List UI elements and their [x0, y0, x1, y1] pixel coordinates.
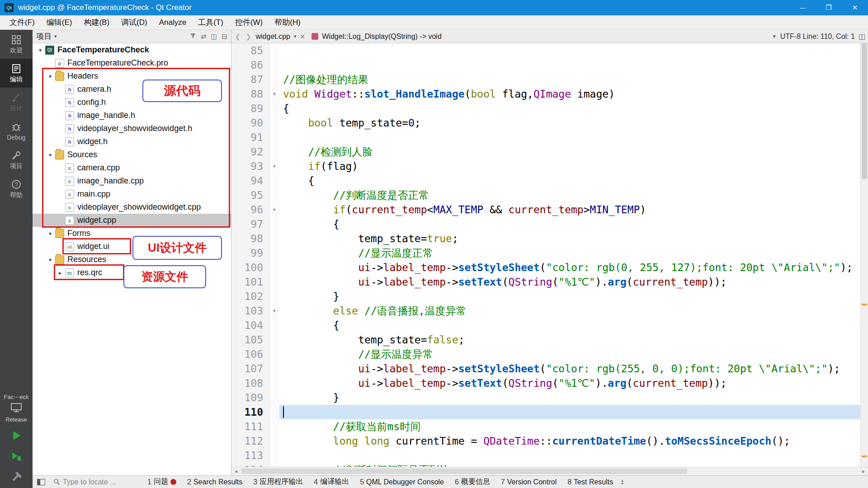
- code-line-93[interactable]: 93▾ if(flag): [231, 159, 860, 174]
- tree-item-sources[interactable]: ▾Sources: [33, 148, 231, 161]
- code-line-104[interactable]: 104 {: [231, 318, 860, 333]
- code-line-89[interactable]: 89{: [231, 101, 860, 116]
- output-pane-search-results[interactable]: 2Search Results: [187, 478, 242, 486]
- kit-selector[interactable]: Fac⋯eckRelease: [0, 390, 33, 427]
- open-document-tab[interactable]: widget.cpp: [255, 33, 290, 41]
- code-line-97[interactable]: 97 {: [231, 217, 860, 231]
- code-line-90[interactable]: 90 bool temp_state=0;: [231, 116, 860, 130]
- filter-icon[interactable]: [190, 33, 196, 40]
- tree-item-widget-h[interactable]: hwidget.h: [33, 135, 231, 148]
- chevron-down-icon[interactable]: ▾: [46, 152, 54, 158]
- output-pane-qml-debugger-console[interactable]: 5QML Debugger Console: [360, 478, 444, 486]
- mode-projects[interactable]: 项目: [0, 145, 33, 174]
- fold-marker-icon[interactable]: ▾: [269, 202, 279, 217]
- build-button[interactable]: [7, 468, 25, 486]
- code-line-91[interactable]: 91: [231, 130, 860, 145]
- debug-run-button[interactable]: [7, 447, 25, 465]
- fold-marker-icon[interactable]: ▾: [269, 87, 279, 101]
- back-icon[interactable]: ❮: [234, 33, 241, 40]
- code-line-99[interactable]: 99 //显示温度正常: [231, 246, 860, 260]
- code-line-98[interactable]: 98 temp_state=true;: [231, 231, 860, 246]
- tree-item-widget-cpp[interactable]: cwidget.cpp: [33, 214, 231, 227]
- minimize-button[interactable]: ─: [789, 0, 816, 15]
- code-line-107[interactable]: 107 ui->label_temp->setStyleSheet("color…: [231, 361, 860, 376]
- code-line-106[interactable]: 106 //显示温度异常: [231, 347, 860, 361]
- output-pane-general-messages[interactable]: 6概要信息: [455, 477, 490, 487]
- scroll-right-icon[interactable]: ▸: [859, 468, 868, 474]
- locator-field[interactable]: Type to locate ...: [53, 478, 139, 486]
- code-line-102[interactable]: 102 }: [231, 289, 860, 304]
- output-pane-version-control[interactable]: 7Version Control: [501, 478, 557, 486]
- tree-item-facetemperaturecheck-pro[interactable]: pFaceTemperatureCheck.pro: [33, 56, 231, 70]
- output-pane-application-output[interactable]: 3应用程序输出: [253, 477, 303, 487]
- mode-welcome[interactable]: 欢迎: [0, 30, 33, 59]
- tree-item-widget-ui[interactable]: uiwidget.ui: [33, 240, 231, 253]
- code-line-111[interactable]: 111 //获取当前ms时间: [231, 419, 860, 434]
- tree-item-videoplayer-showvideowidget-cpp[interactable]: cvideoplayer_showvideowidget.cpp: [33, 201, 231, 214]
- code-line-87[interactable]: 87//图像处理的结果: [231, 72, 860, 87]
- tree-item-camera-cpp[interactable]: ccamera.cpp: [33, 161, 231, 174]
- tree-item-headers[interactable]: ▾Headers: [33, 70, 231, 83]
- mode-edit[interactable]: 编辑: [0, 59, 33, 88]
- close-button[interactable]: ✕: [842, 0, 868, 15]
- code-line-96[interactable]: 96▾ if(current_temp<MAX_TEMP && current_…: [231, 202, 860, 217]
- vertical-scrollbar[interactable]: [860, 43, 868, 467]
- chevron-down-icon[interactable]: ▾: [36, 47, 44, 53]
- collapse-icon[interactable]: ⊟: [222, 33, 227, 41]
- mode-debug[interactable]: Debug: [0, 117, 33, 145]
- toggle-sidebar-icon[interactable]: [37, 479, 45, 485]
- sync-with-editor-icon[interactable]: ⇄: [201, 33, 207, 41]
- menu-tools[interactable]: 工具(T): [192, 15, 229, 29]
- menu-window[interactable]: 控件(W): [229, 15, 269, 29]
- code-line-113[interactable]: 113: [231, 448, 860, 463]
- code-line-110[interactable]: 110: [231, 405, 860, 419]
- fold-marker-icon[interactable]: ▾: [269, 159, 279, 174]
- menu-build[interactable]: 构建(B): [78, 15, 115, 29]
- split-icon[interactable]: ◫: [211, 33, 217, 41]
- scroll-left-icon[interactable]: ◂: [231, 468, 241, 474]
- tree-item-camera-h[interactable]: hcamera.h: [33, 83, 231, 96]
- panel-selector-caret-icon[interactable]: ▾: [54, 33, 57, 39]
- code-line-95[interactable]: 95 //判断温度是否正常: [231, 188, 860, 202]
- encoding-line-col-status[interactable]: UTF-8 Line: 110, Col: 1: [780, 33, 855, 41]
- symbol-selector[interactable]: Widget::Log_Display(QString) -> void: [322, 33, 442, 41]
- horizontal-scrollbar[interactable]: ◂ ▸: [231, 467, 868, 475]
- tree-item-main-cpp[interactable]: cmain.cpp: [33, 188, 231, 201]
- tree-item-resources[interactable]: ▾Resources: [33, 253, 231, 266]
- code-line-109[interactable]: 109 }: [231, 390, 860, 405]
- tree-item-image-handle-cpp[interactable]: cimage_handle.cpp: [33, 174, 231, 188]
- code-line-86[interactable]: 86: [231, 58, 860, 72]
- tree-item-config-h[interactable]: hconfig.h: [33, 96, 231, 109]
- code-line-92[interactable]: 92 //检测到人脸: [231, 145, 860, 159]
- chevron-right-icon[interactable]: ▸: [56, 270, 64, 276]
- encoding-dropdown-icon[interactable]: ▼: [772, 34, 777, 39]
- run-button[interactable]: [7, 427, 25, 445]
- mode-help[interactable]: ?帮助: [0, 174, 33, 203]
- menu-file[interactable]: 文件(F): [4, 15, 41, 29]
- chevron-down-icon[interactable]: ▾: [46, 230, 54, 237]
- code-line-85[interactable]: 85: [231, 43, 860, 58]
- code-line-88[interactable]: 88▾void Widget::slot_HandleImage(bool fl…: [231, 87, 860, 101]
- menu-analyze[interactable]: Analyze: [153, 15, 192, 29]
- chevron-down-icon[interactable]: ▾: [46, 73, 54, 80]
- split-editor-icon[interactable]: ◫: [859, 32, 865, 41]
- code-line-105[interactable]: 105 temp_state=false;: [231, 333, 860, 347]
- menu-edit[interactable]: 编辑(E): [41, 15, 78, 29]
- code-line-100[interactable]: 100 ui->label_temp->setStyleSheet("color…: [231, 260, 860, 275]
- code-line-103[interactable]: 103▾ else //语音播报,温度异常: [231, 304, 860, 318]
- code-line-112[interactable]: 112 long long currentTime = QDateTime::c…: [231, 434, 860, 448]
- document-dropdown-icon[interactable]: ▾: [294, 33, 297, 39]
- horizontal-scrollbar-thumb[interactable]: [241, 469, 687, 474]
- code-line-94[interactable]: 94 {: [231, 174, 860, 188]
- tree-item-image-handle-h[interactable]: himage_handle.h: [33, 109, 231, 122]
- tree-item-facetemperaturecheck[interactable]: ▾QtFaceTemperatureCheck: [33, 43, 231, 56]
- menu-help[interactable]: 帮助(H): [269, 15, 307, 29]
- tree-item-videoplayer-showvideowidget-h[interactable]: hvideoplayer_showvideowidget.h: [33, 122, 231, 135]
- output-pane-compile-output[interactable]: 4编译输出: [314, 477, 349, 487]
- output-pane-nav-icons[interactable]: ▴▾: [621, 479, 623, 485]
- forward-icon[interactable]: ❯: [245, 33, 252, 40]
- fold-marker-icon[interactable]: ▾: [269, 304, 279, 318]
- maximize-button[interactable]: ❐: [816, 0, 842, 15]
- tree-item-forms[interactable]: ▾Forms: [33, 227, 231, 240]
- output-pane-test-results[interactable]: 8Test Results: [567, 478, 613, 486]
